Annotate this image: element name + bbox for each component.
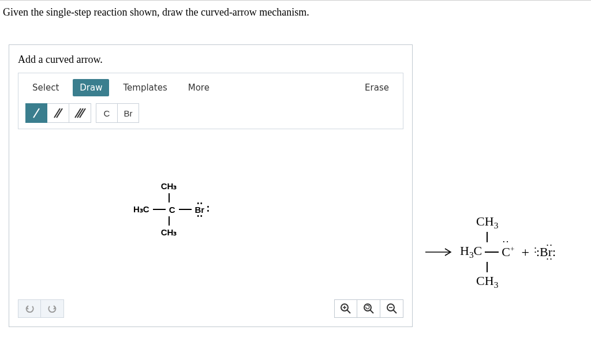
lone-pair-icon: ••: [503, 239, 510, 245]
triple-bond-button[interactable]: [69, 103, 91, 123]
svg-line-13: [393, 310, 397, 313]
carbon-button[interactable]: C: [96, 103, 118, 123]
lone-pair-icon: ••: [197, 213, 204, 219]
lone-pair-icon: ••: [547, 242, 553, 248]
horizontal-bond-icon: [153, 209, 166, 210]
bond-tool-group: [25, 103, 91, 123]
tab-templates[interactable]: Templates: [116, 79, 174, 96]
svg-line-0: [33, 108, 39, 118]
product-bromide: •• •• :Br: ••: [536, 245, 556, 260]
question-text: Given the single-step reaction shown, dr…: [0, 0, 591, 24]
vertical-bond-icon: [169, 216, 170, 226]
zoom-group: [334, 299, 403, 318]
lone-pair-icon: ••: [207, 205, 210, 213]
toolbar: Select Draw Templates More Erase: [18, 73, 403, 129]
reactant-molecule: CH₃ H₃C C •• Br •• •• CH₃: [133, 181, 204, 238]
zoom-out-button[interactable]: [380, 299, 403, 318]
reaction-arrow-icon: [424, 246, 453, 258]
single-bond-icon: [32, 107, 41, 119]
double-bond-icon: [53, 107, 63, 119]
reactant-center-c: C: [169, 205, 175, 215]
triple-bond-icon: [74, 107, 86, 119]
zoom-out-icon: [386, 303, 398, 314]
reactant-ch3-top: CH₃: [161, 181, 177, 192]
reactant-h3c-left: H₃C: [133, 204, 149, 215]
svg-line-7: [347, 310, 350, 313]
editor-instruction: Add a curved arrow.: [18, 54, 403, 66]
editor-panel: Add a curved arrow. Select Draw Template…: [9, 44, 413, 327]
tab-draw[interactable]: Draw: [73, 79, 109, 96]
vertical-bond-icon: [487, 232, 488, 242]
zoom-in-icon: [340, 303, 351, 314]
zoom-in-button[interactable]: [334, 299, 357, 318]
plus-sign: +: [521, 245, 529, 260]
bromine-button[interactable]: Br: [117, 103, 139, 123]
lone-pair-icon: ••: [534, 246, 536, 254]
vertical-bond-icon: [169, 193, 170, 202]
product-carbocation: CH3 H3C •• C+ CH3: [460, 214, 514, 290]
undo-icon: [24, 304, 35, 313]
redo-button[interactable]: [41, 299, 64, 318]
horizontal-bond-icon: [179, 209, 192, 210]
tab-more[interactable]: More: [181, 79, 216, 96]
tab-select[interactable]: Select: [25, 79, 66, 96]
single-bond-button[interactable]: [25, 103, 47, 123]
reactant-ch3-bottom: CH₃: [161, 227, 177, 238]
reactant-br: •• Br •• ••: [195, 205, 205, 215]
horizontal-bond-icon: [485, 252, 499, 253]
drawing-canvas[interactable]: CH₃ H₃C C •• Br •• •• CH₃: [18, 135, 403, 297]
undo-redo-group: [18, 299, 64, 318]
lone-pair-icon: ••: [197, 200, 204, 207]
lone-pair-icon: ••: [547, 256, 553, 262]
zoom-reset-button[interactable]: [357, 299, 380, 318]
svg-line-11: [370, 310, 373, 313]
vertical-bond-icon: [487, 262, 488, 272]
double-bond-button[interactable]: [47, 103, 69, 123]
undo-button[interactable]: [18, 299, 41, 318]
redo-icon: [47, 304, 58, 313]
zoom-reset-icon: [363, 303, 375, 314]
tab-erase[interactable]: Erase: [358, 79, 396, 96]
products-area: CH3 H3C •• C+ CH3 + •• •• :Br: ••: [424, 44, 556, 327]
